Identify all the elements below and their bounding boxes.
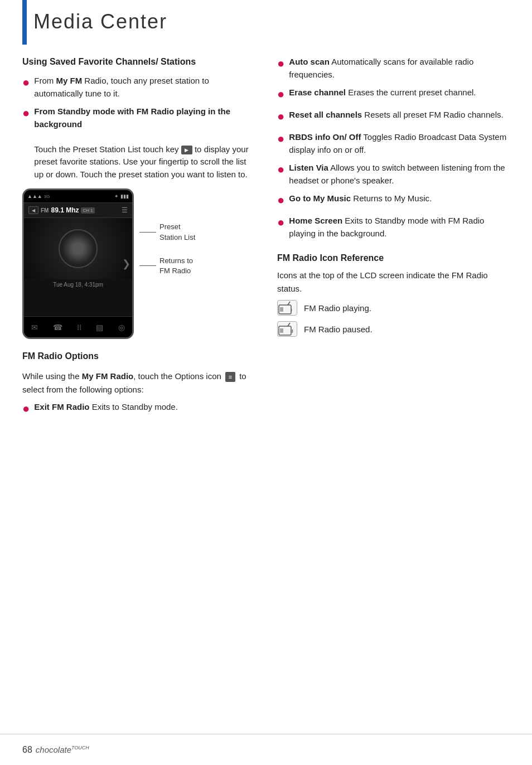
erase-text: Erase channel Erases the current preset … [289, 86, 476, 99]
home-text: Home Screen Exits to Standby mode with F… [289, 215, 510, 240]
camera-icon: ◎ [118, 323, 125, 332]
signal-icon: ▲▲▲ [27, 193, 42, 199]
bullet-item-1: ● From My FM Radio, touch any preset sta… [22, 75, 255, 100]
go-to-music-bullet: ● Go to My Music Returns to My Music. [277, 192, 510, 209]
home-bold: Home Screen [289, 216, 342, 225]
bullet-dot-2: ● [22, 104, 30, 122]
fm-paused-label: FM Radio paused. [304, 325, 373, 334]
home-dot: ● [277, 213, 284, 231]
brand-name: chocolate [36, 745, 71, 754]
footer-page-number: 68 [22, 745, 32, 755]
phone-labels: PresetStation List Returns toFM Radio [139, 188, 195, 276]
my-fm-radio-bold: My FM Radio [82, 371, 134, 381]
phone-bottom-bar: ✉ ☎ ⁞⁞ ▤ ◎ [24, 316, 132, 337]
listen-via-bullet: ● Listen Via Allows you to switch betwee… [277, 162, 510, 187]
my-fm-bold: My FM [56, 76, 82, 85]
brand-sup: TOUCH [71, 745, 89, 751]
footer-brand: chocolateTOUCH [36, 745, 89, 754]
rbds-text: RBDS info On/ Off Toggles Radio Broadcas… [289, 131, 510, 156]
preset-station-label: PresetStation List [139, 222, 195, 242]
phone-radio-bar: ◀ FM 89.1 Mhz CH 1 ☰ [24, 202, 132, 218]
bullet2-heading-bold: From Standby mode with FM Radio playing … [34, 106, 230, 129]
label-line-2 [139, 265, 156, 266]
go-bold: Go to My Music [289, 193, 351, 203]
returns-to-fm-text: Returns toFM Radio [159, 256, 193, 276]
bluetooth-icon: ✶ [114, 193, 119, 199]
fm-playing-row: ♪ FM Radio playing. [277, 300, 510, 316]
auto-scan-text: Auto scan Automatically scans for availa… [289, 56, 510, 81]
erase-rest: Erases the current preset channel. [346, 88, 476, 97]
channel-badge: CH 1 [81, 207, 94, 214]
reset-text: Reset all channels Resets all preset FM … [289, 109, 503, 122]
listen-text: Listen Via Allows you to switch between … [289, 162, 510, 187]
main-heading: Using Saved Favorite Channels/ Stations [22, 56, 255, 68]
fm-playing-icon: ♪ [277, 300, 297, 316]
msg-icon: ✉ [31, 323, 38, 332]
erase-channel-bullet: ● Erase channel Erases the current prese… [277, 86, 510, 103]
exit-text: Exit FM Radio Exits to Standby mode. [34, 401, 178, 414]
fm-paused-row: ⏸ FM Radio paused. [277, 321, 510, 337]
svg-text:♪: ♪ [290, 307, 293, 313]
go-dot: ● [277, 191, 284, 209]
fm-paused-svg: ⏸ [278, 322, 297, 336]
reset-dot: ● [277, 107, 284, 125]
apps-icon: ⁞⁞ [77, 323, 81, 332]
phone-status-bar: ▲▲▲ 3G ✶ ▮▮▮ [24, 190, 132, 202]
reset-bold: Reset all channels [289, 110, 362, 119]
3g-icon: 3G [44, 194, 50, 199]
bullet-text-2: From Standby mode with FM Radio playing … [34, 105, 255, 181]
phone-album-art: ❯ [24, 218, 132, 279]
left-column: Using Saved Favorite Channels/ Stations … [22, 56, 255, 423]
options-icon: ≡ [225, 372, 235, 382]
rbds-bold: RBDS info On/ Off [289, 132, 361, 142]
album-circle [59, 229, 98, 268]
go-rest: Returns to My Music. [351, 193, 432, 203]
phone-mockup-container: ▲▲▲ 3G ✶ ▮▮▮ ◀ FM 89.1 Mhz CH 1 ☰ [22, 188, 255, 339]
bullet-item-2: ● From Standby mode with FM Radio playin… [22, 105, 255, 181]
phone-nav-arrow: ❯ [122, 258, 130, 270]
fm-playing-label: FM Radio playing. [304, 303, 371, 313]
top-accent-bar [22, 0, 27, 45]
fm-options-heading: FM Radio Options [22, 350, 255, 362]
fm-playing-svg: ♪ [278, 301, 297, 315]
exit-fm-bold: Exit FM Radio [34, 402, 89, 411]
back-button: ◀ [28, 206, 38, 214]
listen-dot: ● [277, 160, 284, 178]
reset-bullet: ● Reset all channels Resets all preset F… [277, 109, 510, 125]
fm-icon-ref-intro: Icons at the top of the LCD screen indic… [277, 269, 510, 296]
reset-rest: Resets all preset FM Radio channels. [362, 110, 503, 119]
right-column: ● Auto scan Automatically scans for avai… [277, 56, 510, 423]
svg-line-10 [288, 323, 290, 326]
erase-bold: Erase channel [289, 88, 346, 97]
fm-icon-ref-heading: FM Radio Icon Reference [277, 253, 510, 263]
svg-line-4 [288, 302, 290, 305]
fm-radio-options-section: FM Radio Options While using the My FM R… [22, 350, 255, 417]
exit-fm-rest: Exits to Standby mode. [89, 402, 177, 411]
bullet-dot-1: ● [22, 73, 30, 91]
listen-bold: Listen Via [289, 163, 328, 172]
phone-time: Tue Aug 18, 4:31pm [24, 279, 132, 290]
fm-icon-ref-section: FM Radio Icon Reference Icons at the top… [277, 253, 510, 337]
list-icon: ☰ [122, 206, 128, 214]
page-container: Media Center Using Saved Favorite Channe… [0, 0, 532, 765]
freq-display: 89.1 Mhz [51, 206, 79, 214]
home-screen-bullet: ● Home Screen Exits to Standby mode with… [277, 215, 510, 240]
svg-text:⏸: ⏸ [289, 328, 294, 334]
fm-label: FM [41, 207, 49, 214]
auto-scan-bullet: ● Auto scan Automatically scans for avai… [277, 56, 510, 81]
media-icon: ▤ [96, 323, 103, 332]
bullet-text-1: From My FM Radio, touch any preset stati… [34, 75, 255, 100]
label-line-1 [139, 232, 156, 233]
battery-icon: ▮▮▮ [120, 193, 129, 199]
exit-dot: ● [22, 399, 30, 418]
rbds-bullet: ● RBDS info On/ Off Toggles Radio Broadc… [277, 131, 510, 156]
phone-screen: ▲▲▲ 3G ✶ ▮▮▮ ◀ FM 89.1 Mhz CH 1 ☰ [22, 188, 134, 339]
fm-paused-icon: ⏸ [277, 321, 297, 337]
auto-scan-bold: Auto scan [289, 57, 330, 66]
page-title: Media Center [0, 0, 532, 39]
contacts-icon: ☎ [53, 323, 62, 332]
returns-to-fm-label: Returns toFM Radio [139, 256, 195, 276]
exit-fm-bullet: ● Exit FM Radio Exits to Standby mode. [22, 401, 255, 418]
auto-scan-dot: ● [277, 54, 284, 72]
erase-dot: ● [277, 85, 284, 103]
